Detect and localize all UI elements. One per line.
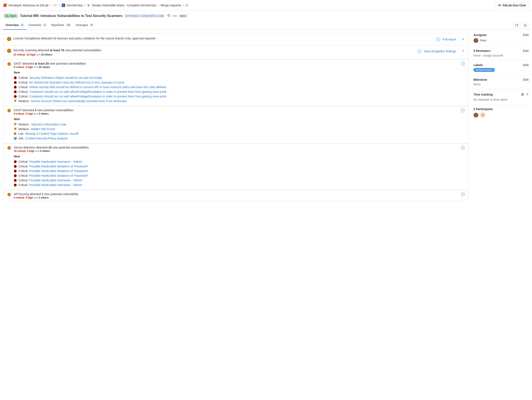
finding-link[interactable]: Security Definitions Object should be se… — [29, 76, 102, 80]
finding-link[interactable]: Possible Hardcoded Username - 'Admin' — [29, 160, 82, 163]
severity-label: Medium — [19, 99, 29, 103]
merge-request-icon — [6, 14, 9, 18]
finding-row: CriticalContainers should not run with a… — [14, 89, 465, 94]
finding-row: CriticalPossible Hardcoded Variations of… — [14, 169, 465, 173]
participant-avatar[interactable] — [480, 112, 485, 117]
severity-label: Critical — [19, 90, 28, 93]
breadcrumb-section[interactable]: Merge requests — [161, 4, 181, 7]
warning-icon: ! — [7, 193, 11, 196]
assignee-value[interactable]: Fern — [474, 38, 529, 43]
tab-commits[interactable]: Commits 1 — [26, 21, 49, 30]
severity-crit-icon — [14, 179, 17, 182]
view-all-findings-link[interactable]: View all pipeline findings — [424, 49, 456, 53]
finding-link[interactable]: Possible Hardcoded Variations of 'Passwo… — [29, 169, 88, 173]
avatar — [474, 38, 479, 43]
warning-icon: ! — [7, 146, 11, 150]
expand-panel-button[interactable] — [513, 22, 520, 29]
finding-link[interactable]: Possible Hardcoded Username - 'Admin' — [29, 178, 82, 182]
finding-row: MediumService Account Tokens are automat… — [14, 99, 465, 103]
chevron-up-icon — [461, 49, 465, 53]
breadcrumb-root[interactable]: Developer Advocacy at GitLab — [8, 4, 48, 7]
notifications-button[interactable] — [522, 22, 529, 29]
assign-yourself-link[interactable]: None - assign yourself — [474, 54, 503, 57]
svg-point-1 — [500, 5, 501, 6]
finding-row: CriticalPossible Hardcoded Variations of… — [14, 173, 465, 178]
finding-link[interactable]: No Global And Operation Security Defined… — [29, 81, 125, 84]
into-text: into — [173, 14, 177, 17]
severity-crit-icon — [14, 165, 17, 168]
breadcrumb-overflow[interactable]: ••• — [53, 3, 57, 7]
finding-row: Medium.htaccess Information Leak — [14, 122, 465, 127]
edit-reviewers-button[interactable]: Edit — [523, 49, 529, 53]
add-time-button[interactable]: + — [526, 92, 529, 97]
finding-link[interactable]: Possible Hardcoded Variations of 'Passwo… — [29, 165, 88, 168]
finding-link[interactable]: .htaccess Information Leak — [31, 123, 66, 126]
edit-assignee-button[interactable]: Edit — [523, 33, 529, 37]
dast-block: ! i DAST detected 4 new potential vulner… — [4, 106, 468, 143]
warning-icon: ! — [7, 109, 11, 112]
project-icon — [87, 4, 90, 7]
expand-license-button[interactable] — [459, 37, 465, 42]
labels-section: Labels Edit enhancement × — [474, 60, 529, 75]
tab-pipelines[interactable]: Pipelines 34 — [49, 21, 74, 30]
finding-row: CriticalSecurity Definitions Object shou… — [14, 75, 465, 80]
full-report-link[interactable]: Full report — [443, 38, 456, 41]
edit-labels-button[interactable]: Edit — [523, 63, 529, 67]
collapse-security-button[interactable] — [459, 48, 465, 54]
finding-row: CriticalPossible Hardcoded Variations of… — [14, 164, 465, 169]
edit-milestone-button[interactable]: Edit — [523, 78, 529, 81]
mr-header: Open Tutorial MR: Introduce Vulnerabilit… — [0, 11, 532, 21]
group-icon: D — [62, 4, 65, 7]
assignee-section: Assignee Edit Fern — [474, 33, 529, 46]
finding-link[interactable]: Content-Security-Policy analysis — [25, 137, 68, 140]
severity-crit-icon — [14, 90, 17, 93]
finding-link[interactable]: Service Account Tokens are automatically… — [31, 99, 127, 103]
remove-label-icon[interactable]: × — [492, 68, 494, 71]
severity-label: Critical — [19, 183, 28, 187]
target-branch[interactable]: main — [179, 14, 188, 18]
finding-link[interactable]: Possible Hardcoded Variations of 'Passwo… — [29, 174, 88, 177]
breadcrumb-group[interactable]: DevSecOps — [67, 4, 83, 7]
finding-row: InfoContent-Security-Policy analysis — [14, 136, 465, 141]
duo-icon — [498, 4, 501, 7]
severity-crit-icon — [14, 95, 17, 98]
severity-label: Medium — [19, 123, 29, 126]
finding-link[interactable]: Possible Hardcoded Username - 'Admin' — [29, 183, 82, 187]
svg-point-2 — [6, 15, 7, 15]
new-findings-label: New — [14, 155, 465, 158]
gitlab-duo-chat-button[interactable]: GitLab Duo Chat — [495, 2, 529, 8]
warning-icon: ! — [7, 49, 11, 53]
sast-block: ! i SAST detected at least 25 new potent… — [4, 60, 468, 106]
milestone-section: Milestone Edit None — [474, 75, 529, 89]
gitlab-logo-icon — [3, 4, 7, 7]
license-compliance-row: ! License Compliance detected 16 license… — [4, 33, 468, 45]
mr-status-badge: Open — [3, 13, 19, 18]
finding-link[interactable]: Hidden File Found — [31, 127, 55, 131]
finding-link[interactable]: Missing X-Content-Type-Options: nosniff — [25, 132, 78, 135]
info-icon[interactable]: i — [418, 49, 421, 53]
breadcrumb-project[interactable]: Simply Vulnerable Notes - Complete DevSe… — [92, 4, 156, 7]
severity-label: Critical — [19, 160, 28, 163]
chevron-down-icon — [461, 37, 465, 41]
source-branch[interactable]: introduce-vulnerable-code — [124, 14, 165, 18]
info-icon[interactable]: i — [436, 37, 440, 41]
time-tracking-section: Time tracking + No estimate or time spen… — [474, 89, 529, 105]
tab-overview[interactable]: Overview 1 — [3, 21, 26, 30]
severity-label: Critical — [19, 169, 28, 173]
finding-row: CriticalPossible Hardcoded Username - 'A… — [14, 159, 465, 164]
severity-label: Info — [19, 137, 23, 140]
copy-branch-button[interactable] — [167, 13, 171, 18]
finding-link[interactable]: Global security field should be defined … — [29, 85, 170, 89]
new-findings-label: New — [14, 71, 465, 74]
finding-link[interactable]: Containers should not run with allowPriv… — [29, 90, 169, 93]
participant-avatar[interactable] — [474, 112, 479, 117]
svg-point-3 — [6, 16, 7, 17]
severity-crit-icon — [14, 76, 17, 79]
severity-label: Critical — [19, 95, 28, 98]
reviewers-section: 0 Reviewers Edit None - assign yourself — [474, 46, 529, 60]
severity-crit-icon — [14, 81, 17, 84]
label-chip-enhancement[interactable]: enhancement × — [474, 68, 495, 72]
timer-icon[interactable] — [521, 93, 524, 96]
finding-link[interactable]: Containers should not run with allowPriv… — [29, 95, 169, 98]
tab-changes[interactable]: Changes 9 — [73, 21, 96, 30]
